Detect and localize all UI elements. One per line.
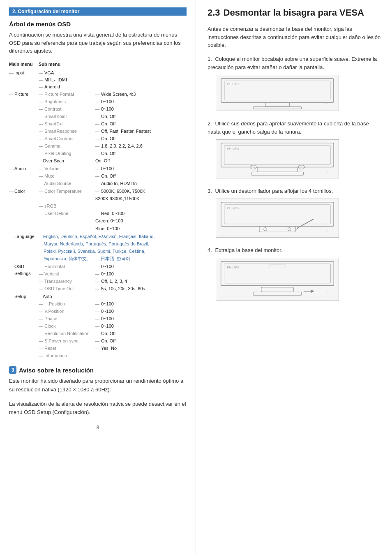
svg-rect-28 <box>261 287 293 292</box>
menu-picture-label: Picture <box>14 91 28 98</box>
step-4-image: PHILIPS ℓ <box>216 258 383 302</box>
colortemp-val2: 8200K,9300K,11500K <box>95 195 140 202</box>
menu-color: — Color — Color Temperature — 5000K, 650… <box>9 188 187 232</box>
menu-input: — Input — VGA — MHL-HDMI — Android <box>9 69 187 90</box>
audiosource-val: Audio In, HDMI In <box>101 180 137 187</box>
smartresponse-val: Off, Fast, Faster, Fastest <box>101 128 151 135</box>
menu-audio: — Audio — Volume — 0~100 — Mute — On, Of… <box>9 165 187 187</box>
userdefine-green: Green: 0~100 <box>95 217 123 224</box>
aviso-badge: 3 <box>9 366 16 374</box>
vesa-title: Desmontar la bisagra para VESA <box>224 7 364 18</box>
smartkolor-val: On, Off <box>101 113 115 120</box>
step-1-text: 1. Coloque el monitor bocabajo sobre una… <box>208 55 383 72</box>
lang-row1: English, Deutsch, Español, Ελληνική, Fra… <box>43 233 154 240</box>
clock-val: 0~100 <box>101 323 114 330</box>
svg-rect-27 <box>224 264 331 283</box>
svg-rect-8 <box>224 146 330 165</box>
phase-val: 0~100 <box>101 315 114 322</box>
menu-picture: — Picture — Picture Format — Wide Screen… <box>9 91 187 165</box>
svg-text:ℓ: ℓ <box>326 292 328 296</box>
volume-val: 0~100 <box>101 165 114 172</box>
svg-text:ℓ: ℓ <box>326 170 327 173</box>
vertical-val: 0~100 <box>101 271 114 278</box>
step-1-image: PHILIPS ℓ <box>216 75 383 112</box>
svg-point-21 <box>264 228 267 231</box>
menu-setup-label: Setup <box>14 293 26 300</box>
step-4: 4. Extraiga la base del monitor. PHILIPS <box>208 246 383 302</box>
svg-rect-10 <box>251 172 303 175</box>
spoweronsync-val: On, Off <box>101 338 115 345</box>
input-vga: VGA <box>44 69 54 76</box>
svg-rect-2 <box>265 102 290 106</box>
aviso-section: 3 Aviso sobre la resolución Este monitor… <box>9 366 187 416</box>
userdefine-blue: Blue: 0~100 <box>95 225 120 232</box>
osdtimeout-val: 5s, 10s, 20s, 30s, 60s <box>101 285 145 292</box>
step-4-text: 4. Extraiga la base del monitor. <box>208 246 383 254</box>
step-2-text: 2. Utilice sus dedos para apretar suavem… <box>208 120 383 136</box>
hposition-val: 0~100 <box>101 301 114 308</box>
osd-intro-text: A continuación se muestra una vista gene… <box>9 31 187 55</box>
step-3: 3. Utilice un destornillador para afloja… <box>208 187 383 239</box>
svg-rect-9 <box>257 167 297 172</box>
picture-format-val: Wide Screen, 4:3 <box>101 91 136 98</box>
section-header: 2. Configuración del monitor <box>9 7 187 16</box>
gamma-val: 1.8, 2.0, 2.2, 2.4, 2.6 <box>101 143 143 150</box>
step-2-image: PHILIPS ℓ <box>216 139 383 180</box>
menu-audio-label: Audio <box>14 165 26 172</box>
vesa-intro: Antes de comenzar a desmontar la base de… <box>208 25 383 49</box>
svg-point-22 <box>288 228 291 231</box>
svg-rect-32 <box>269 265 285 268</box>
transparency-val: Off, 1, 2, 3, 4 <box>101 278 127 285</box>
horizontal-val: 0~100 <box>101 263 114 270</box>
resnotif-val: On, Off <box>101 330 115 337</box>
step-3-image: PHILIPS ℓ <box>216 199 383 239</box>
menu-color-label: Color <box>14 188 25 195</box>
menu-osd-settings: — OSD Settings — Horizontal — 0~100 — Ve… <box>9 263 187 293</box>
aviso-text2: La visualización de la alerta de resoluc… <box>9 400 187 416</box>
input-mhl-hdmi: MHL-HDMI <box>44 76 67 83</box>
userdefine-red: Red: 0~100 <box>101 210 125 217</box>
aviso-title: 3 Aviso sobre la resolución <box>9 366 187 374</box>
step-2: 2. Utilice sus dedos para apretar suavem… <box>208 120 383 180</box>
svg-rect-29 <box>253 292 302 296</box>
svg-text:PHILIPS: PHILIPS <box>227 147 240 151</box>
smartcontrast-val: On, Off <box>101 135 115 142</box>
menu-setup: — Setup Auto — H.Position — 0~100 — V.Po… <box>9 293 187 360</box>
step-1-number: 1. <box>208 56 212 62</box>
aviso-heading: Aviso sobre la resolución <box>19 367 94 374</box>
section-number: 2.3 <box>208 7 220 18</box>
step-3-number: 3. <box>208 188 212 194</box>
svg-text:ℓ: ℓ <box>326 101 327 105</box>
colortemp-val: 5000K, 6500K, 7500K, <box>101 188 147 195</box>
svg-rect-1 <box>224 81 330 100</box>
svg-rect-18 <box>259 227 295 232</box>
right-column: 2.3 Desmontar la bisagra para VESA Antes… <box>196 0 392 555</box>
aviso-text1: Este monitor ha sido diseñado para propo… <box>9 377 187 393</box>
svg-text:PHILIPS: PHILIPS <box>227 206 240 210</box>
svg-rect-17 <box>224 205 330 224</box>
step-4-number: 4. <box>208 247 212 253</box>
step-1: 1. Coloque el monitor bocabajo sobre una… <box>208 55 383 112</box>
svg-text:ℓ: ℓ <box>326 229 327 233</box>
overscan-val: On, Off <box>95 157 110 164</box>
pixel-orbiting-val: On, Off <box>101 150 115 157</box>
col-header-sub: Sub menu <box>39 61 100 68</box>
svg-text:PHILIPS: PHILIPS <box>227 266 239 269</box>
menu-input-label: Input <box>14 69 24 76</box>
menu-osd-label: OSD Settings <box>14 263 39 277</box>
mute-val: On, Off <box>101 173 115 180</box>
page-number: 8 <box>9 425 187 430</box>
svg-text:PHILIPS: PHILIPS <box>227 82 240 86</box>
menu-language-label: Language <box>14 233 35 240</box>
contrast-val: 0~100 <box>101 106 114 113</box>
svg-rect-3 <box>253 106 301 109</box>
brightness-val: 0~100 <box>101 98 114 105</box>
step-2-number: 2. <box>208 120 212 127</box>
osd-menu-tree: Main menu Sub menu — Input — VGA — MHL-H… <box>9 61 187 360</box>
reset-val: Yes, No <box>101 345 117 352</box>
lang-row3: Polski, Русский, Svenska, Suomi, Türkçe,… <box>44 248 145 255</box>
vposition-val: 0~100 <box>101 308 114 315</box>
lang-row4: Українська, 简体中文, , 日本語, 한국어 <box>44 255 130 262</box>
col-header-main: Main menu <box>9 61 39 68</box>
osd-title: Árbol de menús OSD <box>9 21 187 28</box>
